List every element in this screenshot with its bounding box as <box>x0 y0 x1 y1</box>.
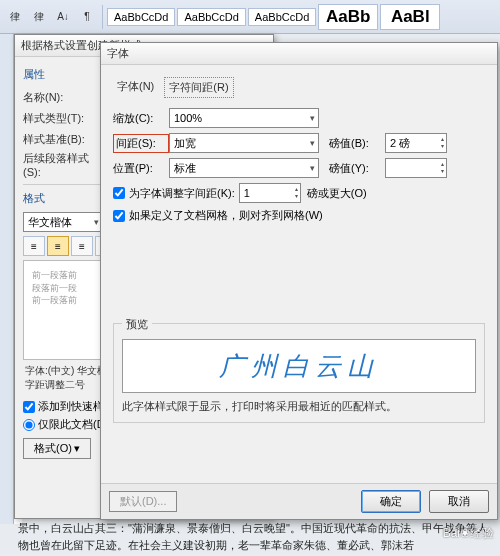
tab-font[interactable]: 字体(N) <box>113 77 158 98</box>
indent-left-icon[interactable]: 律 <box>4 6 26 28</box>
chevron-down-icon: ▾ <box>74 442 80 455</box>
preview-text: 广州白云山 <box>219 349 379 384</box>
kerning-suffix: 磅或更大(O) <box>307 186 367 201</box>
label-pound-by2: 磅值(Y): <box>329 161 385 176</box>
kerning-checkbox[interactable] <box>113 187 125 199</box>
scale-combo[interactable]: 100% <box>169 108 319 128</box>
align-center-button[interactable]: ≡ <box>47 236 69 256</box>
ribbon: 律 律 A↓ ¶ AaBbCcDd AaBbCcDd AaBbCcDd AaBb… <box>0 0 500 34</box>
style-gallery-item[interactable]: AaBl <box>380 4 440 30</box>
kerning-spinner[interactable]: 1 <box>239 183 301 203</box>
label-pound-by: 磅值(B): <box>329 136 385 151</box>
preview-title: 预览 <box>122 317 152 332</box>
document-body-text: 景中，白云山占其三："蒲涧濂泉、景泰僧归、白云晚望"。中国近现代革命的抗法、甲午… <box>18 520 496 553</box>
style-gallery-item[interactable]: AaBbCcDd <box>177 8 245 26</box>
snap-grid-checkbox[interactable] <box>113 210 125 222</box>
dialog-footer: 默认(D)... 确定 取消 <box>101 483 497 519</box>
label-base: 样式基准(B): <box>23 132 95 147</box>
position-combo[interactable]: 标准 <box>169 158 319 178</box>
position-value-spinner[interactable] <box>385 158 447 178</box>
spacing-combo[interactable]: 加宽 <box>169 133 319 153</box>
sort-icon[interactable]: A↓ <box>52 6 74 28</box>
snap-grid-label: 如果定义了文档网格，则对齐到网格(W) <box>129 208 323 223</box>
style-gallery-item[interactable]: AaBbCcDd <box>248 8 316 26</box>
style-gallery-item[interactable]: AaBbCcDd <box>107 8 175 26</box>
font-combo[interactable]: 华文楷体 <box>23 212 103 232</box>
indent-right-icon[interactable]: 律 <box>28 6 50 28</box>
dialog-title: 字体 <box>101 43 497 65</box>
font-dialog: 字体 字体(N) 字符间距(R) 缩放(C): 100% 间距(S): 加宽 磅… <box>100 42 498 520</box>
kerning-label: 为字体调整字间距(K): <box>129 186 235 201</box>
tab-char-spacing[interactable]: 字符间距(R) <box>164 77 233 98</box>
preview-fieldset: 预览 广州白云山 此字体样式限于显示，打印时将采用最相近的匹配样式。 <box>113 323 485 423</box>
default-button[interactable]: 默认(D)... <box>109 491 177 512</box>
style-gallery-item[interactable]: AaBb <box>318 4 378 30</box>
tab-bar: 字体(N) 字符间距(R) <box>113 77 485 98</box>
format-button[interactable]: 格式(O)▾ <box>23 438 91 459</box>
label-type: 样式类型(T): <box>23 111 95 126</box>
preview-note: 此字体样式限于显示，打印时将采用最相近的匹配样式。 <box>122 399 476 414</box>
align-right-button[interactable]: ≡ <box>71 236 93 256</box>
ruler-sidebar <box>0 34 14 524</box>
doc-only-radio[interactable] <box>23 419 35 431</box>
label-scale: 缩放(C): <box>113 111 169 126</box>
align-left-button[interactable]: ≡ <box>23 236 45 256</box>
cancel-button[interactable]: 取消 <box>429 490 489 513</box>
spacing-value-spinner[interactable]: 2 磅 <box>385 133 447 153</box>
label-follow: 后续段落样式(S): <box>23 151 95 178</box>
doc-only-label: 仅限此文档(D) <box>38 417 108 432</box>
separator <box>102 5 103 29</box>
label-name: 名称(N): <box>23 90 95 105</box>
watermark: Bai❀经验 <box>443 525 494 542</box>
font-preview-box: 广州白云山 <box>122 339 476 393</box>
label-position: 位置(P): <box>113 161 169 176</box>
quick-style-checkbox[interactable] <box>23 401 35 413</box>
ok-button[interactable]: 确定 <box>361 490 421 513</box>
label-spacing: 间距(S): <box>113 134 169 153</box>
show-marks-icon[interactable]: ¶ <box>76 6 98 28</box>
